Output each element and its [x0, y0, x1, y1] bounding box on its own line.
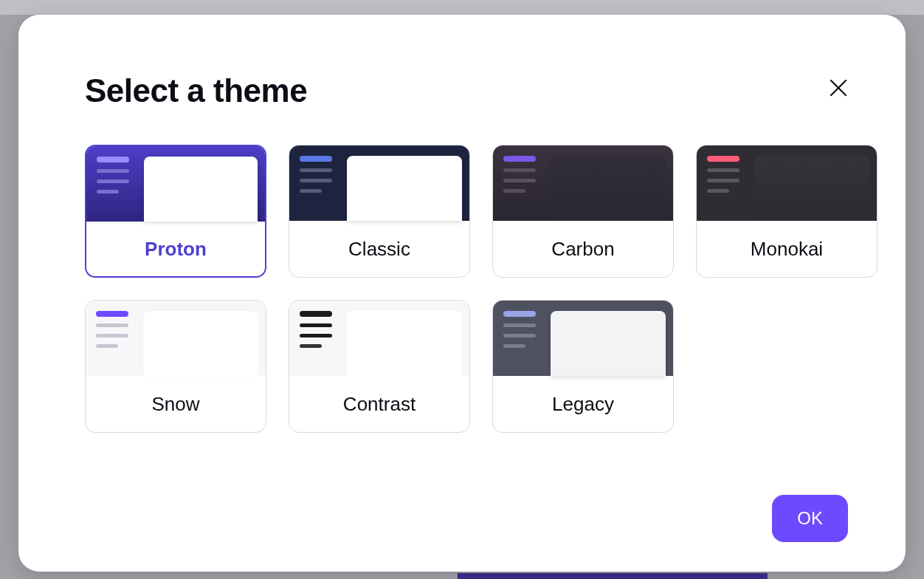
theme-card-classic[interactable]: Classic	[289, 145, 470, 278]
theme-preview	[493, 301, 673, 376]
theme-preview	[493, 145, 673, 221]
theme-card-monokai[interactable]: Monokai	[696, 145, 878, 278]
theme-label: Monokai	[697, 221, 877, 277]
modal-footer: OK	[85, 465, 854, 542]
theme-preview	[289, 301, 469, 376]
backdrop	[0, 0, 924, 15]
theme-card-contrast[interactable]: Contrast	[289, 300, 470, 433]
modal-header: Select a theme	[85, 72, 854, 109]
theme-modal: Select a theme Proton	[18, 15, 906, 572]
theme-label: Proton	[86, 222, 265, 276]
background-peek	[458, 573, 768, 579]
close-icon	[827, 77, 849, 99]
theme-label: Contrast	[289, 376, 469, 432]
theme-grid: Proton Classic	[85, 145, 854, 433]
theme-label: Carbon	[493, 221, 673, 277]
theme-label: Legacy	[493, 376, 673, 432]
theme-preview	[86, 301, 266, 376]
theme-label: Classic	[289, 221, 469, 277]
modal-title: Select a theme	[85, 72, 307, 109]
theme-preview	[697, 145, 877, 221]
theme-card-proton[interactable]: Proton	[85, 145, 266, 278]
ok-button[interactable]: OK	[772, 495, 848, 542]
close-button[interactable]	[823, 72, 854, 103]
theme-card-legacy[interactable]: Legacy	[492, 300, 674, 433]
theme-card-carbon[interactable]: Carbon	[492, 145, 674, 278]
theme-preview	[289, 145, 469, 221]
theme-card-snow[interactable]: Snow	[85, 300, 266, 433]
theme-label: Snow	[86, 376, 266, 432]
theme-preview	[86, 146, 265, 222]
